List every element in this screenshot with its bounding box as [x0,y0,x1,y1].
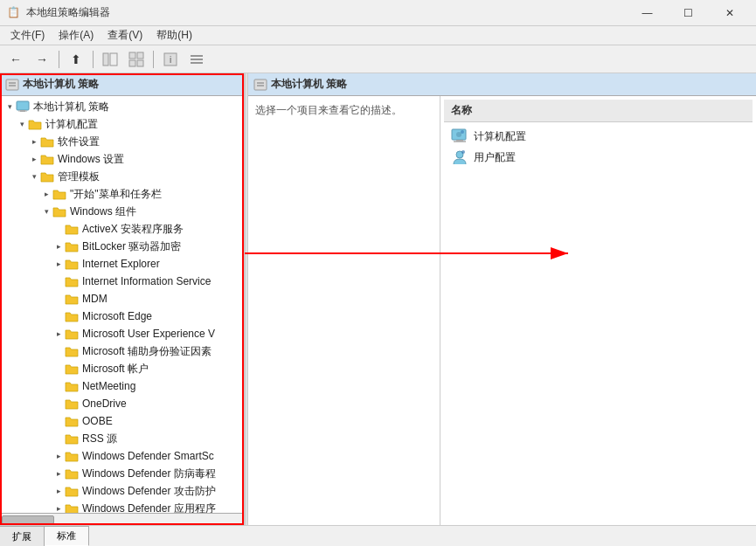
tree-arrow-ms-auth [52,345,65,357]
computer-config-icon [451,128,468,145]
tree-item-wd-antivirus[interactable]: Windows Defender 防病毒程 [0,465,244,482]
tree-arrow-computer-config[interactable] [16,118,28,130]
tree-arrow-windows-components[interactable] [40,205,52,218]
tab-expand-label: 扩展 [12,530,31,543]
tree-item-windows-components[interactable]: Windows 组件 [0,203,244,220]
folder-icon-ms-auth [65,344,79,358]
view-button[interactable] [124,48,149,71]
up-button[interactable]: ⬆ [64,48,88,71]
toolbar-separator-1 [59,51,59,68]
close-button[interactable]: ✕ [710,0,749,26]
svg-rect-17 [254,79,267,90]
tree-item-rss[interactable]: RSS 源 [0,430,244,447]
tree-item-start-menu[interactable]: "开始"菜单和任务栏 [0,185,244,203]
tree-label-ie: Internet Explorer [82,258,160,270]
folder-icon-wd-smartscreen [65,449,79,463]
tree-arrow-start-menu[interactable] [40,188,52,200]
tree-label-mdm: MDM [82,293,108,305]
right-panel-body: 选择一个项目来查看它的描述。 名称 [248,96,756,525]
tree-arrow-windows-settings[interactable] [28,153,40,165]
tree-item-activex[interactable]: ActiveX 安装程序服务 [0,220,244,238]
description-panel: 选择一个项目来查看它的描述。 [248,96,440,525]
tree-arrow-ms-account [52,363,65,375]
tree-item-mdm[interactable]: MDM [0,290,244,308]
tree-item-onedrive[interactable]: OneDrive [0,395,244,412]
folder-icon-bitlocker [65,239,79,253]
tree-arrow-mdm [52,293,65,305]
tab-standard[interactable]: 标准 [45,526,89,546]
tree-label-windows-settings: Windows 设置 [58,152,124,167]
tree-item-ms-ux[interactable]: Microsoft User Experience V [0,325,244,342]
menu-file[interactable]: 文件(F) [3,26,52,45]
tree-arrow-ie[interactable] [52,258,65,270]
tree-arrow-activex [52,223,65,235]
tree-label-netmeeting: NetMeeting [82,380,135,392]
content-item-user-label: 用户配置 [474,150,516,165]
main-container: 本地计算机 策略 本地计算机 策略 计算机配置 [0,73,756,525]
tree-item-software-settings[interactable]: 软件设置 [0,133,244,150]
svg-text:i: i [170,55,171,65]
tree-item-admin-templates[interactable]: 管理模板 [0,168,244,185]
tree-container[interactable]: 本地计算机 策略 计算机配置 软件设置 [0,96,244,513]
tree-item-bitlocker[interactable]: BitLocker 驱动器加密 [0,238,244,255]
info-icon: i [163,52,178,67]
tab-expand[interactable]: 扩展 [0,526,45,546]
folder-icon-onedrive [65,397,79,411]
folder-icon-rss [65,432,79,446]
tree-item-oobe[interactable]: OOBE [0,412,244,430]
tree-arrow-ms-ux[interactable] [52,328,65,340]
tree-item-ms-edge[interactable]: Microsoft Edge [0,308,244,325]
content-item-computer[interactable]: 计算机配置 [447,126,749,147]
tree-item-windows-settings[interactable]: Windows 设置 [0,150,244,168]
tree-item-wd-attack[interactable]: Windows Defender 攻击防护 [0,482,244,500]
tree-item-local-policy[interactable]: 本地计算机 策略 [0,98,244,115]
back-button[interactable]: ← [3,48,28,71]
menu-action[interactable]: 操作(A) [52,26,101,45]
tree-item-netmeeting[interactable]: NetMeeting [0,377,244,395]
show-hide-tree-button[interactable] [98,48,122,71]
tree-arrow-software-settings[interactable] [28,135,40,148]
tree-icon [102,52,118,67]
tree-item-wd-appguard[interactable]: Windows Defender 应用程序 [0,500,244,513]
right-policy-icon [253,78,267,92]
tree-arrow-rss [52,432,65,445]
tree-item-ie[interactable]: Internet Explorer [0,255,244,273]
tree-item-ms-account[interactable]: Microsoft 帐户 [0,360,244,377]
tree-item-iis[interactable]: Internet Information Service [0,273,244,290]
tree-item-wd-smartscreen[interactable]: Windows Defender SmartSc [0,447,244,465]
minimize-button[interactable]: — [628,0,667,26]
list-button[interactable] [184,48,209,71]
tab-standard-label: 标准 [57,529,76,543]
svg-point-24 [461,130,464,134]
info-button[interactable]: i [158,48,183,71]
tree-arrow-wd-attack[interactable] [52,485,65,497]
content-item-user[interactable]: 用户配置 [447,147,749,168]
tree-arrow-wd-appguard[interactable] [52,502,65,513]
toolbar-separator-2 [93,51,94,68]
left-scroll-h-bar[interactable] [0,513,244,525]
tree-item-computer-config[interactable]: 计算机配置 [0,115,244,133]
tree-label-local-policy: 本地计算机 策略 [33,100,109,114]
tree-arrow-bitlocker[interactable] [52,240,65,252]
tree-arrow-wd-antivirus[interactable] [52,467,65,480]
toolbar: ← → ⬆ i [0,45,756,73]
menu-help[interactable]: 帮助(H) [149,26,199,45]
left-scroll-thumb[interactable] [2,515,54,524]
tree-arrow-wd-smartscreen[interactable] [52,450,65,462]
folder-icon-mdm [65,292,79,306]
tree-item-ms-auth[interactable]: Microsoft 辅助身份验证因素 [0,342,244,360]
tree-label-admin-templates: 管理模板 [58,169,100,184]
forward-button[interactable]: → [30,48,54,71]
tree-label-onedrive: OneDrive [82,397,127,410]
menu-bar: 文件(F) 操作(A) 查看(V) 帮助(H) [0,26,756,45]
tree-arrow-admin-templates[interactable] [28,170,40,183]
svg-point-26 [461,150,465,154]
folder-icon-ms-account [65,362,79,376]
folder-icon-ms-edge [65,309,79,323]
tree-label-bitlocker: BitLocker 驱动器加密 [82,239,181,254]
svg-rect-3 [137,52,143,59]
menu-view[interactable]: 查看(V) [101,26,149,45]
maximize-button[interactable]: ☐ [669,0,708,26]
tree-arrow-netmeeting [52,380,65,392]
tree-arrow-local-policy[interactable] [3,100,16,113]
